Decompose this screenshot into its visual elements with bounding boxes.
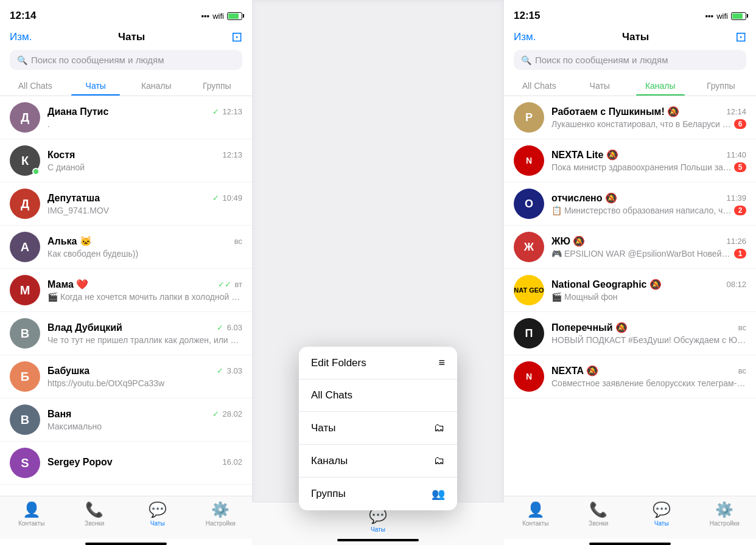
middle-chats-nav[interactable]: 💬 Чаты xyxy=(369,507,387,533)
avatar-nexta: N xyxy=(514,361,544,392)
chat-item-deputatsha[interactable]: Д Депутатша ✓ 10:49 IMG_9741.MOV xyxy=(0,182,252,226)
menu-item-all-chats[interactable]: All Chats xyxy=(299,380,457,412)
avatar-kostya: К xyxy=(10,145,40,176)
channel-name-poperechny: Поперечный 🔕 xyxy=(551,322,628,333)
folder-icon-channels: 🗂 xyxy=(434,454,445,467)
right-tab-all-chats[interactable]: All Chats xyxy=(509,76,570,95)
menu-channels-label: Каналы xyxy=(311,455,348,467)
left-nav-header: Изм. Чаты ⊡ xyxy=(0,27,252,50)
chat-item-sergey[interactable]: S Sеrgey Popov 16.02 xyxy=(0,442,252,485)
tab-groups[interactable]: Группы xyxy=(187,76,248,95)
chat-item-babushka[interactable]: Б Бабушка ✓ 3.03 https://youtu.be/OtXq9P… xyxy=(0,355,252,398)
right-wifi-icon: wifi xyxy=(716,12,728,21)
nav-chats[interactable]: 💬 Чаты xyxy=(126,501,189,527)
right-edit-button[interactable]: Изм. xyxy=(514,31,536,43)
chat-item-vanya[interactable]: В Ваня ✓ 28.02 Максимально xyxy=(0,398,252,442)
left-status-icons: ▪▪▪ wifi xyxy=(201,12,242,21)
right-tab-chats[interactable]: Чаты xyxy=(570,76,631,95)
chat-preview-deputatsha: IMG_9741.MOV xyxy=(47,206,242,215)
avatar-vlad: В xyxy=(10,318,40,349)
right-tab-groups[interactable]: Группы xyxy=(691,76,752,95)
right-tab-channels[interactable]: Каналы xyxy=(630,76,691,95)
menu-item-edit-folders[interactable]: Edit Folders ≡ xyxy=(299,347,457,380)
channel-item-otchisleno[interactable]: О отчислено 🔕 11:39 📋 Министерство образ… xyxy=(504,182,756,226)
left-search-bar[interactable]: 🔍 Поиск по сообщениям и людям xyxy=(10,50,242,70)
signal-icon: ▪▪▪ xyxy=(201,12,209,21)
channel-item-natgeo[interactable]: NAT GEO National Geographic 🔕 08:12 🎬 Мо… xyxy=(504,269,756,312)
channel-name-pushkin: Работаем с Пушкиным! 🔕 xyxy=(551,106,679,117)
middle-panel: Edit Folders ≡ All Chats Чаты 🗂 Каналы 🗂… xyxy=(252,0,504,545)
menu-groups-label: Группы xyxy=(311,488,346,500)
nav-settings[interactable]: ⚙️ Настройки xyxy=(189,501,253,527)
avatar-mama: М xyxy=(10,275,40,305)
chat-item-diana[interactable]: Д Диана Путис ✓ 12:13 . xyxy=(0,96,252,139)
middle-chats-label: Чаты xyxy=(371,526,385,533)
list-icon: ≡ xyxy=(438,356,445,369)
avatar-pushkin: Р xyxy=(514,102,544,133)
chat-item-kostya[interactable]: К Костя 12:13 С дианой xyxy=(0,139,252,182)
chat-name-vanya: Ваня xyxy=(47,409,71,420)
channel-name-zhyu: ЖЮ 🔕 xyxy=(551,235,585,247)
chat-item-mama[interactable]: М Мама ❤️ ✓✓ вт 🎬 Когда не хочется мочит… xyxy=(0,269,252,312)
chat-name-vlad: Влад Дубицкий xyxy=(47,322,122,333)
chat-name-sergey: Sеrgey Popov xyxy=(47,457,113,468)
nav-settings-label: Настройки xyxy=(206,520,236,527)
avatar-otchisleno: О xyxy=(514,189,544,219)
right-nav-calls-label: Звонки xyxy=(589,520,608,527)
right-nav-settings-label: Настройки xyxy=(710,520,740,527)
chat-preview-vanya: Максимально xyxy=(47,422,242,431)
right-nav-chats[interactable]: 💬 Чаты xyxy=(630,501,693,527)
channel-name-nexta-lite: NEXTA Lite 🔕 xyxy=(551,149,618,161)
menu-item-groups[interactable]: Группы 👥 xyxy=(299,477,457,510)
tab-channels[interactable]: Каналы xyxy=(126,76,187,95)
channel-name-natgeo: National Geographic 🔕 xyxy=(551,279,662,290)
right-search-placeholder: Поиск по сообщениям и людям xyxy=(535,55,668,65)
channel-item-pushkin[interactable]: Р Работаем с Пушкиным! 🔕 12:14 Лукашенко… xyxy=(504,96,756,139)
chat-item-alka[interactable]: А Алька 🐱 вс Как свободен будешь)) xyxy=(0,226,252,269)
menu-item-channels[interactable]: Каналы 🗂 xyxy=(299,445,457,477)
nav-contacts[interactable]: 👤 Контакты xyxy=(0,501,63,527)
chat-item-vlad[interactable]: В Влад Дубицкий ✓ 6.03 Че то тут не приш… xyxy=(0,312,252,355)
right-battery-icon xyxy=(731,12,746,20)
channel-item-poperechny[interactable]: П Поперечный 🔕 вс НОВЫЙ ПОДКАСТ #БезДуши… xyxy=(504,312,756,355)
channel-preview-zhyu: 🎮 EPSILION WAR @EpsilionWarBot Новейшая … xyxy=(551,249,734,259)
right-nav-settings[interactable]: ⚙️ Настройки xyxy=(693,501,757,527)
channel-preview-pushkin: Лукашенко констатировал, что в Беларуси … xyxy=(551,119,734,129)
tab-all-chats[interactable]: All Chats xyxy=(5,76,66,95)
left-chat-list: Д Диана Путис ✓ 12:13 . К Костя 12:13 С … xyxy=(0,96,252,496)
right-search-bar[interactable]: 🔍 Поиск по сообщениям и людям xyxy=(514,50,746,70)
menu-edit-folders-label: Edit Folders xyxy=(311,357,366,369)
right-settings-icon: ⚙️ xyxy=(715,501,733,518)
right-contacts-icon: 👤 xyxy=(527,501,545,518)
badge-otchisleno: 2 xyxy=(734,206,746,215)
nav-calls[interactable]: 📞 Звонки xyxy=(63,501,127,527)
avatar-poperechny: П xyxy=(514,318,544,349)
channel-name-otchisleno: отчислено 🔕 xyxy=(551,192,617,204)
right-title: Чаты xyxy=(622,31,649,43)
left-home-indicator xyxy=(85,543,167,545)
left-title: Чаты xyxy=(118,31,145,43)
chat-name-deputatsha: Депутатша xyxy=(47,193,100,204)
chat-name-babushka: Бабушка xyxy=(47,366,89,377)
channel-item-nexta[interactable]: N NEXTA 🔕 вс Совместное заявление белору… xyxy=(504,355,756,398)
avatar-sergey: S xyxy=(10,448,40,478)
right-nav-contacts-label: Контакты xyxy=(522,520,548,527)
left-search-placeholder: Поиск по сообщениям и людям xyxy=(31,55,164,65)
tab-chats[interactable]: Чаты xyxy=(66,76,127,95)
right-compose-button[interactable]: ⊡ xyxy=(735,29,746,45)
wifi-icon: wifi xyxy=(212,12,224,21)
channel-item-zhyu[interactable]: Ж ЖЮ 🔕 11:26 🎮 EPSILION WAR @EpsilionWar… xyxy=(504,226,756,269)
right-nav-contacts[interactable]: 👤 Контакты xyxy=(504,501,567,527)
left-edit-button[interactable]: Изм. xyxy=(10,31,32,43)
chat-preview-vlad: Че то тут не пришел траллик как должен, … xyxy=(47,335,242,345)
menu-item-chats[interactable]: Чаты 🗂 xyxy=(299,412,457,445)
badge-nexta-lite: 5 xyxy=(734,162,746,172)
channel-preview-poperechny: НОВЫЙ ПОДКАСТ #БезДуши! Обсуждаем с Юрой… xyxy=(551,335,746,345)
chat-preview-babushka: https://youtu.be/OtXq9PCa33w xyxy=(47,378,242,388)
channel-preview-nexta-lite: Пока министр здравоохранения Польши заяв… xyxy=(551,162,734,172)
channel-item-nexta-lite[interactable]: N NEXTA Lite 🔕 11:40 Пока министр здраво… xyxy=(504,139,756,182)
avatar-babushka: Б xyxy=(10,361,40,392)
folder-dropdown-menu: Edit Folders ≡ All Chats Чаты 🗂 Каналы 🗂… xyxy=(299,347,457,510)
left-compose-button[interactable]: ⊡ xyxy=(231,29,242,45)
right-nav-calls[interactable]: 📞 Звонки xyxy=(567,501,631,527)
